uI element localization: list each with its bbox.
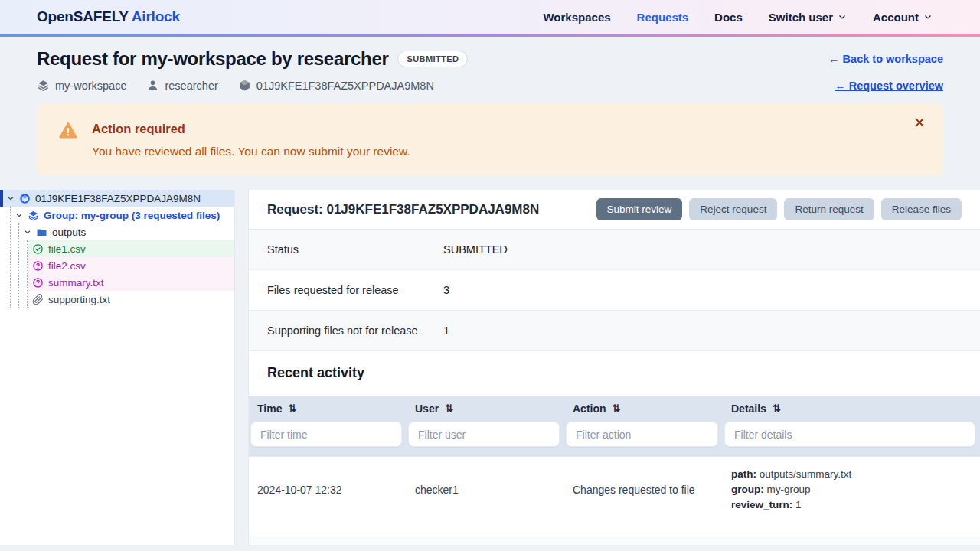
nav-docs[interactable]: Docs [714,11,743,24]
group-layers-icon [28,210,39,221]
caret-down-icon[interactable] [15,211,23,219]
filter-details-input[interactable] [724,422,975,447]
sort-details-button[interactable]: ⇅ [773,403,781,414]
tree-file-label: summary.txt [48,277,104,289]
sort-time-button[interactable]: ⇅ [288,403,296,414]
back-to-workspace-link[interactable]: ← Back to workspace [828,53,943,65]
nav-account[interactable]: Account [873,11,933,24]
author-meta: researcher [146,79,217,92]
status-badge: SUBMITTED [397,51,468,67]
request-summary-table: Status SUBMITTED Files requested for rel… [249,230,980,351]
content-area: 01J9KFE1F38FAZ5XPPDAJA9M8N Group: my-gro… [0,190,980,545]
tree-root-label: 01J9KFE1F38FAZ5XPPDAJA9M8N [35,193,201,204]
activity-user-cell: checker1 [407,484,564,496]
filter-action-input[interactable] [566,422,718,447]
activity-action-cell: Changes requested to file [564,484,723,496]
request-main-panel: Request: 01J9KFE1F38FAZ5XPPDAJA9M8N Subm… [248,190,980,545]
alert-message: You have reviewed all files. You can now… [92,145,410,158]
caret-down-icon[interactable] [7,194,15,202]
close-icon [913,116,926,129]
activity-filter-row [249,420,980,456]
nav-switch-user[interactable]: Switch user [769,11,847,24]
summary-row-files-requested: Files requested for release 3 [249,270,980,311]
page-header: Request for my-workspace by researcher S… [0,37,980,92]
tree-root-request[interactable]: 01J9KFE1F38FAZ5XPPDAJA9M8N [0,190,234,207]
file-tree-sidebar: 01J9KFE1F38FAZ5XPPDAJA9M8N Group: my-gro… [0,190,235,545]
request-id-meta: 01J9KFE1F38FAZ5XPPDAJA9M8N [238,79,434,92]
column-header-action: Action ⇅ [564,403,723,415]
sort-action-button[interactable]: ⇅ [612,403,621,414]
tree-file-file2[interactable]: file2.csv [28,257,234,274]
filter-user-input[interactable] [408,422,560,447]
tree-file-file1[interactable]: file1.csv [28,240,234,257]
nav-workspaces[interactable]: Workspaces [543,11,610,24]
request-overview-link[interactable]: ← Request overview [835,80,943,92]
folder-icon [36,227,47,238]
request-panel-header: Request: 01J9KFE1F38FAZ5XPPDAJA9M8N Subm… [249,190,980,230]
paperclip-icon [32,294,44,305]
tree-group[interactable]: Group: my-group (3 requested files) [11,207,234,223]
caret-down-icon[interactable] [24,228,31,236]
person-icon [146,79,159,92]
cube-icon [238,79,251,92]
nav-requests[interactable]: Requests [637,11,689,24]
summary-row-supporting-files: Supporting files not for release 1 [249,311,980,351]
filter-time-input[interactable] [250,422,402,447]
activity-details-cell: path: outputs/summary.txt group: my-grou… [723,467,980,513]
question-circle-icon [32,277,44,289]
recent-activity-heading: Recent activity [267,365,962,381]
sort-user-button[interactable]: ⇅ [445,403,453,414]
chevron-down-icon [838,12,847,21]
activity-table-row: 2024-10-07 12:32 checker1 Changes reques… [249,456,980,523]
check-circle-icon [32,243,44,255]
top-navbar: OpenSAFELY Airlock Workspaces Requests D… [0,0,980,34]
request-panel-title: Request: 01J9KFE1F38FAZ5XPPDAJA9M8N [267,202,539,217]
column-header-details: Details ⇅ [723,403,980,415]
release-files-button[interactable]: Release files [881,198,962,220]
request-cube-icon [19,193,31,204]
tree-folder-label: outputs [52,227,86,238]
app-logo[interactable]: OpenSAFELY Airlock [37,8,180,25]
brand-primary: OpenSAFELY [37,8,128,24]
warning-triangle-icon [58,121,78,141]
brand-secondary: Airlock [132,8,180,24]
page-title: Request for my-workspace by researcher [37,48,388,70]
nav-items: Workspaces Requests Docs Switch user Acc… [543,11,933,24]
chevron-down-icon [923,12,933,21]
action-required-alert: Action required You have reviewed all fi… [37,104,943,175]
alert-close-button[interactable] [911,115,928,132]
layers-icon [37,79,50,92]
tree-file-label: file1.csv [48,243,86,255]
column-header-user: User ⇅ [407,403,564,415]
tree-file-summary[interactable]: summary.txt [28,274,234,291]
tree-file-label: supporting.txt [48,294,110,305]
tree-file-label: file2.csv [48,260,86,272]
question-circle-icon [32,260,44,272]
reject-request-button[interactable]: Reject request [689,198,777,220]
return-request-button[interactable]: Return request [784,198,874,220]
tree-group-label[interactable]: Group: my-group (3 requested files) [44,210,220,221]
activity-table-head: Time ⇅ User ⇅ Action ⇅ Details ⇅ [249,396,980,456]
sidebar-main-gap [235,190,248,545]
alert-title: Action required [92,122,410,136]
column-header-time: Time ⇅ [249,403,407,415]
submit-review-button[interactable]: Submit review [596,198,683,220]
horizontal-scrollbar[interactable] [249,536,980,545]
tree-file-supporting[interactable]: supporting.txt [28,291,234,308]
tree-folder-outputs[interactable]: outputs [19,223,234,240]
workspace-meta: my-workspace [37,79,126,92]
activity-time-cell: 2024-10-07 12:32 [249,484,407,496]
summary-row-status: Status SUBMITTED [249,230,980,270]
